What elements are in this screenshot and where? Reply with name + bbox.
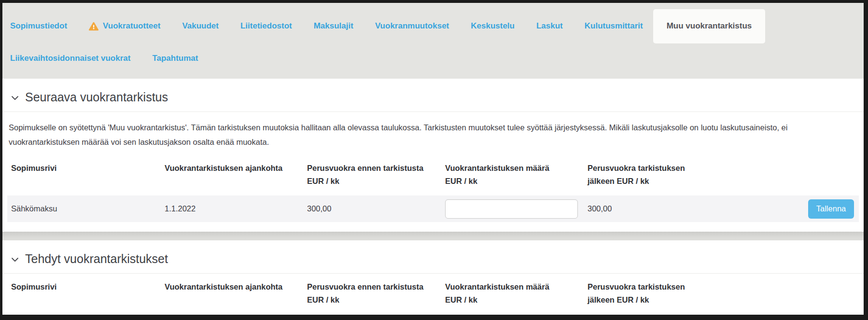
cell-perusvuokra-ennen: 300,00: [303, 204, 441, 213]
tab-label: Liikevaihtosidonnaiset vuokrat: [10, 54, 130, 63]
chevron-down-icon[interactable]: [11, 96, 19, 100]
table-header-row: Sopimusrivi Vuokrantarkistuksen ajankoht…: [7, 162, 859, 188]
column-header: Vuokrantarkistuksen ajankohta: [161, 280, 303, 293]
column-header: Perusvuokra ennen tarkistusta EUR / kk: [303, 280, 441, 306]
done-adjustments-header[interactable]: Tehdyt vuokrantarkistukset: [2, 240, 864, 274]
tab-row-secondary: Liikevaihtosidonnaiset vuokrat Tapahtuma…: [2, 49, 864, 79]
tab-keskustelu[interactable]: Keskustelu: [471, 21, 515, 31]
tab-band: Sopimustiedot Vuokratuotteet Vakuudet Li…: [2, 3, 864, 79]
tab-muu-vuokrantarkistus-active[interactable]: Muu vuokrantarkistus: [653, 9, 766, 43]
cell-maara-input-wrap: [441, 199, 584, 219]
tab-label: Vuokratuotteet: [103, 21, 160, 31]
section-divider: [2, 232, 864, 240]
chevron-down-icon[interactable]: [11, 257, 19, 262]
column-header: Vuokrantarkistuksen ajankohta: [161, 162, 303, 175]
card-bottom-padding: [2, 222, 864, 232]
column-header: Perusvuokra tarkistuksen jälkeen EUR / k…: [584, 280, 806, 306]
tab-vakuudet[interactable]: Vakuudet: [182, 21, 219, 31]
warning-icon: [89, 22, 98, 31]
tab-label: Vakuudet: [182, 21, 219, 31]
tab-label: Muu vuokrantarkistus: [667, 21, 752, 31]
tab-label: Laskut: [536, 21, 563, 31]
tab-label: Maksulajit: [314, 21, 353, 31]
column-header: Vuokrantarkistuksen määrä EUR / kk: [441, 162, 584, 188]
column-header: Sopimusrivi: [7, 162, 161, 175]
tab-kulutusmittarit[interactable]: Kulutusmittarit: [585, 21, 643, 31]
tab-liitetiedostot[interactable]: Liitetiedostot: [240, 21, 292, 31]
tab-label: Kulutusmittarit: [585, 21, 643, 31]
tab-vuokratuotteet[interactable]: Vuokratuotteet: [89, 21, 160, 31]
cell-actions: Tallenna: [806, 199, 859, 219]
app-window: Sopimustiedot Vuokratuotteet Vakuudet Li…: [2, 3, 864, 315]
tab-label: Tapahtumat: [152, 54, 198, 63]
table-header-row: Sopimusrivi Vuokrantarkistuksen ajankoht…: [7, 280, 859, 306]
tab-liikevaihtosidonnaiset-vuokrat[interactable]: Liikevaihtosidonnaiset vuokrat: [10, 54, 130, 63]
tab-label: Vuokranmuutokset: [375, 21, 449, 31]
column-header: Perusvuokra tarkistuksen jälkeen EUR / k…: [584, 162, 806, 188]
cell-ajankohta: 1.1.2022: [161, 204, 303, 213]
column-header: Sopimusrivi: [7, 280, 161, 293]
next-adjustment-header[interactable]: Seuraava vuokrantarkistus: [2, 79, 864, 112]
cell-sopimusrivi: Sähkömaksu: [7, 204, 161, 213]
next-adjustment-section: Seuraava vuokrantarkistus Sopimukselle o…: [2, 79, 864, 232]
tab-laskut[interactable]: Laskut: [536, 21, 563, 31]
section-title: Seuraava vuokrantarkistus: [25, 90, 168, 104]
section-description: Sopimukselle on syötettynä 'Muu vuokrant…: [2, 112, 852, 155]
save-button[interactable]: Tallenna: [808, 199, 854, 219]
column-header: Perusvuokra ennen tarkistusta EUR / kk: [303, 162, 441, 188]
column-header: Vuokrantarkistuksen määrä EUR / kk: [441, 280, 584, 306]
table-row: Sähkömaksu 1.1.2022 300,00 300,00 Tallen…: [7, 195, 859, 222]
tab-label: Sopimustiedot: [10, 21, 67, 31]
tab-row-primary: Sopimustiedot Vuokratuotteet Vakuudet Li…: [2, 3, 864, 49]
tab-vuokranmuutokset[interactable]: Vuokranmuutokset: [375, 21, 449, 31]
tab-label: Keskustelu: [471, 21, 515, 31]
tab-label: Liitetiedostot: [240, 21, 292, 31]
done-adjustments-section: Tehdyt vuokrantarkistukset Sopimusrivi V…: [2, 240, 864, 315]
tab-maksulajit[interactable]: Maksulajit: [314, 21, 353, 31]
section-title: Tehdyt vuokrantarkistukset: [25, 252, 168, 266]
cell-perusvuokra-jalkeen: 300,00: [584, 204, 806, 213]
vuokrantarkistus-amount-input[interactable]: [445, 199, 578, 219]
tab-tapahtumat[interactable]: Tapahtumat: [152, 54, 198, 63]
tab-sopimustiedot[interactable]: Sopimustiedot: [10, 21, 67, 31]
